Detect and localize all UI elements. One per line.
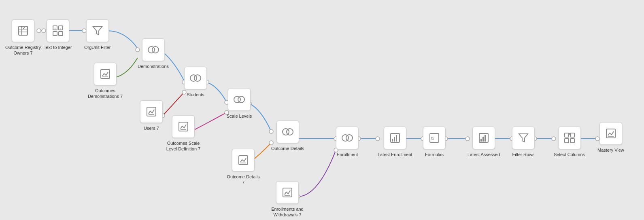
latest-enrollment-icon — [384, 127, 406, 149]
users-label: Users 7 — [144, 125, 159, 131]
formulas-label: Formulas — [425, 152, 444, 157]
node-enrollment[interactable]: Enrollment — [336, 127, 359, 157]
outcome-details-7-label: Outcome Details 7 — [225, 174, 261, 186]
outcome-details-7-icon — [232, 149, 255, 171]
students-icon — [184, 67, 207, 89]
workflow-canvas: Outcome Registry Owners 7 T1 Text to Int… — [0, 0, 644, 220]
node-demonstrations[interactable]: Demonstrations — [138, 38, 169, 69]
svg-point-65 — [238, 96, 244, 103]
svg-rect-88 — [570, 139, 574, 143]
node-mastery-view[interactable]: Mastery View — [597, 122, 624, 153]
outcome-registry-label: Outcome Registry Owners 7 — [5, 44, 41, 56]
svg-rect-77 — [396, 135, 397, 142]
users-icon — [140, 100, 163, 123]
node-formulas[interactable]: fx Formulas — [423, 127, 446, 157]
node-select-columns[interactable]: Select Columns — [554, 127, 585, 157]
text-to-integer-label: Text to Integer — [44, 44, 72, 50]
mastery-view-icon — [599, 122, 622, 145]
node-users[interactable]: Users 7 — [140, 100, 163, 131]
svg-text:fx: fx — [431, 136, 434, 141]
node-scale-levels[interactable]: Scale Levels — [227, 88, 252, 119]
outcomes-scale-icon — [172, 115, 195, 138]
select-columns-icon — [558, 127, 581, 149]
svg-rect-85 — [565, 133, 569, 137]
select-columns-label: Select Columns — [554, 152, 585, 157]
outcomes-demonstrations-icon — [94, 63, 117, 85]
scale-levels-icon — [228, 88, 251, 111]
node-outcome-details-7[interactable]: Outcome Details 7 — [225, 149, 261, 186]
svg-rect-86 — [570, 133, 574, 137]
outcome-details-label: Outcome Details — [271, 146, 304, 151]
svg-rect-50 — [59, 32, 63, 36]
svg-rect-87 — [565, 139, 569, 143]
svg-point-61 — [194, 75, 201, 81]
enrollment-icon — [336, 127, 359, 149]
text-to-integer-icon: T1 — [47, 19, 69, 42]
svg-rect-83 — [485, 135, 486, 142]
orgunit-filter-icon — [86, 19, 109, 42]
enrollment-label: Enrollment — [337, 152, 358, 157]
svg-point-73 — [346, 135, 353, 141]
svg-rect-49 — [53, 32, 57, 36]
latest-assessed-label: Latest Assessed — [468, 152, 500, 157]
svg-text:T: T — [54, 28, 56, 30]
node-text-to-integer[interactable]: T1 Text to Integer — [44, 19, 72, 50]
svg-rect-81 — [480, 139, 482, 142]
node-outcome-details[interactable]: Outcome Details — [271, 121, 304, 151]
formulas-icon: fx — [423, 127, 446, 149]
latest-enrollment-label: Latest Enrollment — [378, 152, 412, 157]
outcomes-scale-label: Outcomes Scale Level Definition 7 — [165, 140, 202, 152]
latest-assessed-icon — [472, 127, 495, 149]
enrollments-withdrawals-icon — [276, 181, 299, 204]
node-outcomes-scale[interactable]: Outcomes Scale Level Definition 7 — [165, 115, 202, 152]
svg-rect-76 — [394, 137, 395, 142]
enrollments-withdrawals-label: Enrollments and Withdrawals 7 — [269, 206, 306, 218]
svg-point-67 — [287, 129, 293, 135]
svg-marker-84 — [519, 134, 528, 142]
svg-rect-82 — [482, 137, 484, 142]
orgunit-filter-label: OrgUnit Filter — [84, 44, 111, 50]
node-latest-assessed[interactable]: Latest Assessed — [468, 127, 500, 157]
node-outcome-registry[interactable]: Outcome Registry Owners 7 — [5, 19, 41, 56]
node-orgunit-filter[interactable]: OrgUnit Filter — [84, 19, 111, 50]
mastery-view-label: Mastery View — [597, 147, 624, 153]
svg-text:1: 1 — [60, 28, 61, 30]
node-latest-enrollment[interactable]: Latest Enrollment — [378, 127, 412, 157]
filter-rows-icon — [512, 127, 535, 149]
filter-rows-label: Filter Rows — [512, 152, 534, 157]
outcomes-demonstrations-label: Outcomes Demonstrations 7 — [87, 88, 123, 99]
svg-rect-75 — [392, 139, 393, 142]
node-students[interactable]: Students — [184, 67, 207, 97]
svg-marker-53 — [93, 27, 102, 35]
students-label: Students — [187, 92, 204, 97]
outcome-details-icon — [276, 121, 299, 143]
scale-levels-label: Scale Levels — [227, 113, 252, 119]
node-filter-rows[interactable]: Filter Rows — [512, 127, 535, 157]
svg-point-55 — [152, 47, 159, 53]
node-enrollments-withdrawals[interactable]: Enrollments and Withdrawals 7 — [269, 181, 306, 218]
demonstrations-label: Demonstrations — [138, 63, 169, 69]
outcome-registry-icon — [12, 19, 34, 42]
demonstrations-icon — [142, 38, 165, 61]
node-outcomes-demonstrations[interactable]: Outcomes Demonstrations 7 — [87, 63, 123, 99]
